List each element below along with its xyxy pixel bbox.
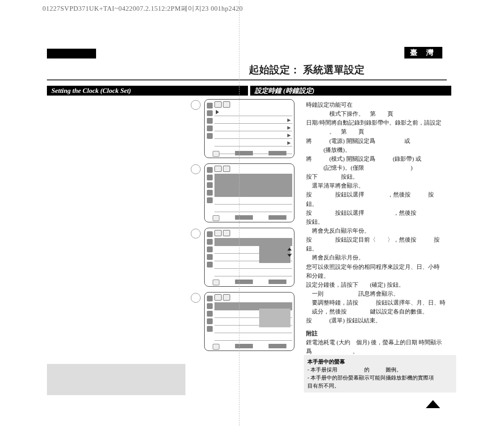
body-line: 按 (選單) 按鈕以結束。 [306,316,449,325]
osd-row-1: ▶ ▶ ▶ ▶ [191,99,294,158]
step-number-2 [191,164,201,174]
body-line: 。 第 頁 [306,127,449,136]
body-line: 按下 按鈕。 [306,172,449,181]
body-line: 一則 訊息將會顯示。 [306,289,449,298]
body-line: (記憶卡)。(僅限 ) [306,163,449,172]
section-header-left: Setting the Clock (Clock Set) [47,86,248,96]
body-line: 鈕。 [306,200,449,209]
osd-screen-4 [204,292,294,351]
body-line: 按 按鈕以選擇 ，然後按 按 [306,190,449,199]
next-page-arrow-icon [426,400,440,408]
body-line: 將 (模式) 開關設定爲 (錄影帶) 或 [306,155,449,163]
body-line: 選單清單將會顯示。 [306,181,449,190]
osd-screen-2 [204,163,294,222]
osd-row-4 [191,292,294,351]
notes-header: 附註 [306,329,449,338]
rule-line [47,79,447,80]
region-badge: 臺 灣 [404,47,442,58]
tape-icon [207,110,213,116]
osd-screens-column: ▶ ▶ ▶ ▶ [191,99,294,356]
clock-spinner-complete [259,309,290,327]
osd-screen-3 [204,228,294,287]
body-line: 設定分鐘後，請按下 (確定) 按鈕。 [306,280,449,289]
body-line: 將會先反白顯示年份。 [306,226,449,235]
greyed-figure-placeholder [47,364,185,395]
body-line: 要調整時鐘，請按 按鈕以選擇年、月、日、時 [306,298,449,307]
osd-row-2 [191,163,294,222]
osd-row-3 [191,228,294,287]
instructions-text: 時鐘設定功能可在 模式下操作。 第 頁 日期/時間將自動記錄到錄影帶中。錄影之前… [306,100,449,374]
memory-icon [207,118,213,124]
step-number-1 [191,100,201,110]
binding-fold-line [239,0,239,426]
body-line: 按鈕。 [306,217,449,226]
body-line: 按 按鈕以選擇 ，然後按 [306,209,449,217]
display-icon [207,125,213,131]
body-line: 模式下操作。 第 頁 [306,109,449,118]
osd-box-line: 目有所不同。 [307,382,453,390]
section-header-right: 設定時鐘 (時鐘設定) [250,86,451,96]
body-line: 您可以依照設定年份的相同程序來設定月、日、小時 [306,263,449,271]
body-line: 按 按鈕設定目前〈 〉，然後按 按 [306,235,449,244]
osd-box-header: 本手册中的螢幕 [307,358,453,366]
body-line: (播放機)。 [306,146,449,155]
tab-left [47,49,96,58]
camera-icon [207,103,213,109]
body-line: 將會反白顯示月份。 [306,253,449,262]
step-number-4 [191,293,201,303]
osd-box-line: - 本手册採用 的 圖例。 [307,366,453,374]
body-line: 日期/時間將自動記錄到錄影帶中。錄影之前，請設定 [306,118,449,127]
body-line: 和分鐘。 [306,271,449,280]
note-line: 爲 。 [306,347,449,356]
clock-spinner [259,244,290,263]
updown-icon [213,151,219,157]
osd-info-box: 本手册中的螢幕 - 本手册採用 的 圖例。 - 本手册中的部份螢幕顯示可能與攝錄… [304,355,456,393]
manual-page: 01227SVPD371UK+TAI~0422007.2.1512:2PM페이지… [47,0,458,426]
gear-icon [207,133,213,139]
page-main-title: 起始設定： 系統選單設定 [249,63,365,77]
body-line: 或分，然後按 鍵以設定各自的數值。 [306,307,449,316]
osd-box-line: - 本手册中的部份螢幕顯示可能與攝錄放影機的實際項 [307,374,453,382]
body-line: 時鐘設定功能可在 [306,100,449,109]
note-line: 鋰電池耗電 (大約 個月) 後，螢幕上的日期 時間顯示 [306,338,449,347]
body-line: 鈕。 [306,244,449,253]
step-number-3 [191,229,201,238]
osd-screen-1: ▶ ▶ ▶ ▶ [204,99,294,158]
body-line: 將 (電源) 開關設定爲 或 [306,137,449,146]
print-imprint: 01227SVPD371UK+TAI~0422007.2.1512:2PM페이지… [42,4,243,13]
